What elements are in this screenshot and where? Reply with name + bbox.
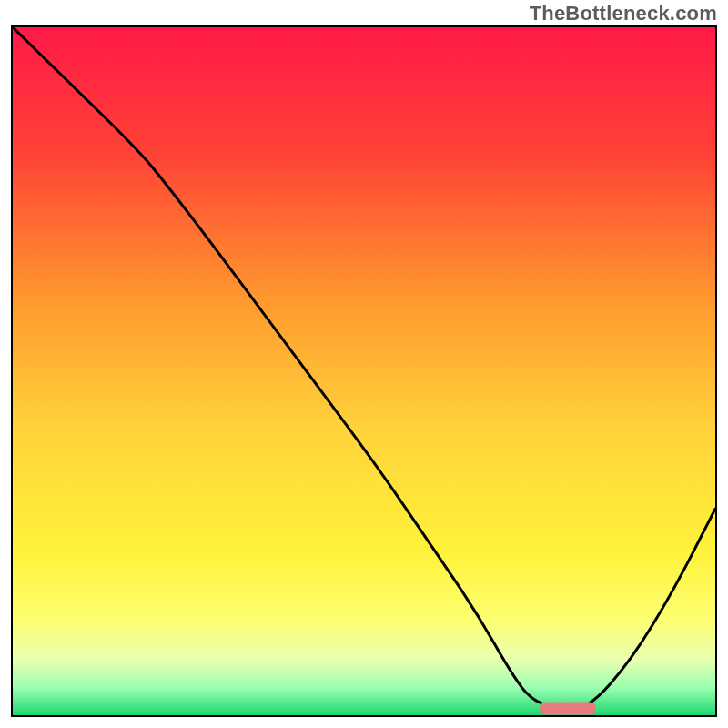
watermark-text: TheBottleneck.com (530, 2, 717, 25)
bottleneck-chart (13, 27, 715, 715)
optimal-marker (540, 702, 596, 714)
plot-frame (11, 25, 717, 717)
chart-container: TheBottleneck.com (0, 0, 728, 728)
